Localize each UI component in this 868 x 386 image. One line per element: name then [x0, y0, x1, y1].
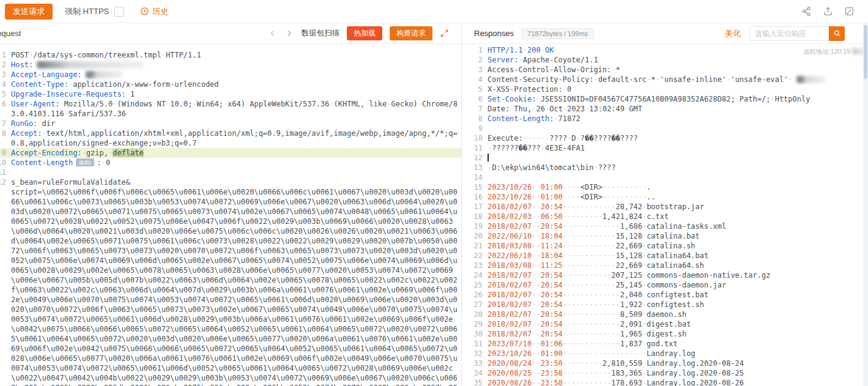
code-line[interactable]: 6User-Agent:·Mozilla/5.0·(Windows·NT·10.…	[0, 99, 461, 119]
remote-address-label: 远程地址:120.19	[803, 46, 850, 56]
code-line[interactable]: 272018/02/07··20:54·············1,922·co…	[462, 300, 861, 310]
code-line[interactable]: 252018/02/07··20:54············25,145·co…	[462, 280, 861, 290]
code-line-content: 2020/08/25··23:58···········183,365·Land…	[488, 368, 861, 378]
code-line[interactable]: 162023/10/26··01:00····<DIR>··········..	[462, 192, 861, 202]
code-line[interactable]: 1HTTP/1.1·200·OK	[462, 45, 861, 55]
code-line[interactable]: 3Accept-Language:	[0, 70, 461, 80]
request-editor[interactable]: 1POST·/data/sys-common/treexml.tmpl·HTTP…	[0, 44, 461, 386]
code-line[interactable]: 292018/02/07··20:54·············2,091·di…	[462, 319, 861, 329]
code-line[interactable]: 2Host:	[0, 60, 461, 70]
share-icon[interactable]	[801, 6, 812, 17]
line-number: 15	[462, 182, 483, 192]
code-line[interactable]: 302018/02/07··20:54·············1,965·di…	[462, 329, 861, 339]
code-line[interactable]: 352020/08/26··23:58···········178,693·La…	[462, 378, 861, 386]
code-line[interactable]: 8Content-Length:·71872	[462, 114, 861, 124]
code-line[interactable]: 212018/03/08··11:24············22,669·ca…	[462, 241, 861, 251]
history-prev-button[interactable]	[267, 28, 278, 39]
code-line[interactable]: 332020/08/24··23:50·········2,810,559·La…	[462, 358, 861, 368]
send-request-button[interactable]: 发送请求	[5, 4, 53, 20]
code-line[interactable]: 312023/07/10··01:06·············1,837·go…	[462, 339, 861, 349]
force-https-checkbox[interactable]	[114, 7, 124, 17]
force-https-toggle[interactable]: 强制 HTTPS	[65, 6, 124, 17]
code-line[interactable]: 182018/02/03··06:50·········1,421,824·c.…	[462, 212, 861, 221]
code-token: 1,837	[620, 340, 642, 348]
code-line[interactable]: 6Set-Cookie:·JSESSIONID=DF04567C47756A10…	[462, 94, 861, 104]
code-token: Oct	[549, 105, 563, 113]
code-line[interactable]: 202022/06/10··18:04············15,128·ca…	[462, 231, 861, 241]
scrollbar-thumb[interactable]	[864, 25, 867, 79]
code-line[interactable]: 5X-XSS-Protection:·0	[462, 84, 861, 94]
code-token: catalina64.bat	[647, 251, 708, 260]
code-line[interactable]: 13·D:\ekp\win64\tomcat\bin·????	[462, 163, 861, 173]
expand-button[interactable]	[439, 28, 450, 39]
code-line[interactable]: 9	[462, 124, 861, 133]
code-line[interactable]: 192018/02/07··20:54·············1,686·ca…	[462, 221, 861, 231]
code-line[interactable]: 172018/02/07··20:54············28,742·bo…	[462, 202, 861, 212]
code-line[interactable]: 242018/02/07··20:54···········207,125·co…	[462, 270, 861, 280]
whitespace-dots: ··	[532, 369, 540, 377]
code-token: 01:00	[541, 183, 563, 191]
responses-tab[interactable]: Responses	[474, 29, 514, 38]
redacted-blur	[37, 61, 144, 69]
code-line[interactable]: 3Access-Control-Allow-Origin:·*	[462, 65, 861, 75]
response-scrollbar[interactable]	[863, 23, 868, 386]
code-line[interactable]: 152023/10/26··01:00····<DIR>··········.	[462, 182, 861, 192]
code-line[interactable]: 1POST·/data/sys-common/treexml.tmpl·HTTP…	[0, 50, 461, 60]
whitespace-dots: ·	[735, 95, 740, 103]
code-line-content: Content-Type:·application/x-www-form-url…	[11, 80, 461, 89]
code-line[interactable]: 232018/03/08··11:25············22,669·ca…	[462, 261, 861, 270]
code-line[interactable]: 8Accept:·text/html,application/xhtml+xml…	[0, 128, 461, 148]
code-line[interactable]: 322023/10/26··01:00···················La…	[462, 349, 861, 358]
code-line-content: 2023/07/10··01:06·············1,837·god.…	[488, 339, 861, 349]
code-line[interactable]: 222022/06/10··18:04············15,128·ca…	[462, 251, 861, 261]
code-token: Landray.log.2020-08-25	[647, 369, 744, 377]
code-line[interactable]: 4Content-Type:·application/x-www-form-ur…	[0, 80, 461, 89]
response-editor[interactable]: 远程地址:120.19 1HTTP/1.1·200·OK2Server:·Apa…	[462, 44, 868, 386]
code-token: NT	[157, 100, 165, 108]
export-icon[interactable]	[823, 6, 833, 17]
beautify-button[interactable]: 美化	[725, 28, 741, 39]
code-line-content: Content-Security-Policy:·default-src·*·'…	[488, 75, 861, 84]
code-token: 2018/02/07	[488, 291, 532, 299]
edit-note-icon[interactable]	[844, 6, 855, 17]
history-next-button[interactable]	[284, 28, 294, 39]
line-number: 4	[0, 80, 6, 89]
packet-scan-button[interactable]: 数据包扫描	[302, 28, 340, 39]
code-line-content: 2018/02/07··20:54·············2,040·conf…	[488, 290, 861, 300]
code-line[interactable]: 5Upgrade-Insecure-Requests:·1	[0, 89, 461, 99]
code-line[interactable]: 7Date:·Thu,·26·Oct·2023·13:02:49·GMT	[462, 104, 861, 114]
code-line[interactable]: 12s_bean=ruleFormulaValidate&script=\u00…	[0, 177, 461, 386]
history-button[interactable]: 历史	[140, 6, 168, 17]
code-line[interactable]: 10Content-Lengthauto:·0	[0, 158, 461, 168]
search-button[interactable]	[829, 26, 845, 41]
chevron-left-icon	[269, 29, 276, 37]
code-token: commons-daemon-native.tar.gz	[647, 271, 770, 280]
code-line[interactable]: 12	[462, 153, 861, 163]
line-number: 9	[462, 124, 483, 133]
construct-request-button[interactable]: 构造请求	[390, 26, 432, 40]
line-number: 8	[462, 114, 483, 124]
code-token: catalina.sh	[647, 242, 695, 250]
code-line-content: 2022/06/10··18:04············15,128·cata…	[488, 231, 861, 241]
code-line[interactable]: 11	[0, 168, 461, 177]
code-line[interactable]: 7RunGo:·dir	[0, 119, 461, 128]
code-line[interactable]: 9Accept-Encoding:·gzip,·deflate	[0, 148, 461, 158]
code-line[interactable]: 2Server:·Apache-Coyote/1.1	[462, 55, 861, 65]
line-number: 30	[462, 329, 483, 339]
code-line-content: 2018/02/07··20:54···········207,125·comm…	[488, 270, 861, 280]
code-line[interactable]: 4Content-Security-Policy:·default-src·*·…	[462, 75, 861, 84]
hot-reload-button[interactable]: 热加载	[347, 26, 382, 40]
code-line[interactable]: 10Execute:······????·D·?��????��????	[462, 133, 861, 143]
code-token: .	[647, 183, 651, 191]
line-number: 6	[0, 99, 6, 109]
code-line[interactable]: 342020/08/25··23:58···········183,365·La…	[462, 368, 861, 378]
response-search-input[interactable]	[749, 26, 829, 41]
code-line-content: 2023/10/26··01:00····<DIR>··········..	[488, 192, 861, 202]
code-token: 2018/02/03	[488, 212, 532, 221]
code-line[interactable]: 282018/02/07··20:54·············8,509·da…	[462, 310, 861, 319]
code-token: 01:06	[541, 340, 563, 348]
code-line[interactable]: 11·??????��???·4E3E-4FA1	[462, 143, 861, 153]
code-line[interactable]: 262018/02/07··20:54·············2,040·co…	[462, 290, 861, 300]
code-line[interactable]: 14	[462, 173, 861, 182]
request-panel: Request 数据包扫描 热加载 构造请求 1POST·/	[0, 23, 462, 386]
